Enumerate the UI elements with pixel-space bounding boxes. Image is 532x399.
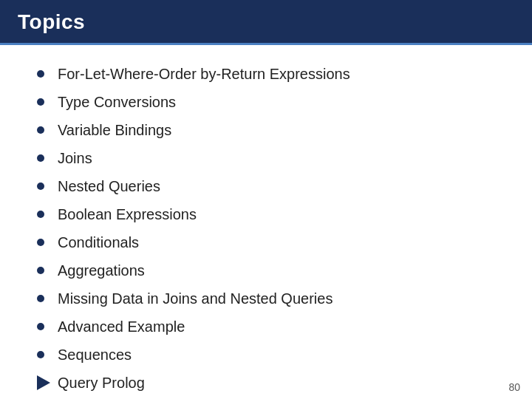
topic-label: Boolean Expressions — [58, 204, 197, 225]
topic-label: Type Conversions — [58, 92, 176, 112]
bullet-icon — [37, 211, 44, 218]
topic-label: For-Let-Where-Order by-Return Expression… — [58, 64, 350, 84]
bullet-icon — [37, 98, 44, 106]
page-number: 80 — [508, 381, 520, 393]
list-item: Boolean Expressions — [37, 200, 510, 228]
list-item: Missing Data in Joins and Nested Queries — [37, 284, 510, 313]
bullet-icon — [37, 70, 44, 78]
list-item: Type Conversions — [37, 88, 510, 116]
bullet-icon — [37, 323, 44, 330]
list-item: Query Prolog — [37, 369, 510, 397]
list-item: Joins — [37, 144, 510, 172]
content-area: For-Let-Where-Order by-Return Expression… — [0, 45, 532, 399]
topic-label: Advanced Example — [58, 316, 185, 337]
bullet-icon — [37, 239, 44, 246]
page-title: Topics — [18, 10, 85, 33]
topic-label: Joins — [58, 148, 92, 168]
topic-label: Variable Bindings — [58, 120, 171, 140]
list-item: Aggregations — [37, 256, 510, 284]
bullet-icon — [37, 267, 44, 274]
bullet-icon — [37, 154, 44, 162]
list-item: Conditionals — [37, 228, 510, 256]
topic-label: Conditionals — [58, 232, 139, 253]
topic-label: Missing Data in Joins and Nested Queries — [58, 288, 332, 309]
header: Topics — [0, 0, 532, 45]
arrow-bullet-icon — [37, 375, 50, 390]
bullet-icon — [37, 126, 44, 134]
topic-label: Nested Queries — [58, 176, 160, 197]
list-item: Variable Bindings — [37, 116, 510, 144]
bullet-icon — [37, 183, 44, 190]
list-item: Nested Queries — [37, 172, 510, 200]
list-item: For-Let-Where-Order by-Return Expression… — [37, 60, 510, 88]
bullet-icon — [37, 351, 44, 358]
topic-label: Sequences — [58, 344, 132, 365]
bullet-icon — [37, 295, 44, 302]
topic-list: For-Let-Where-Order by-Return Expression… — [37, 60, 510, 397]
list-item: Sequences — [37, 341, 510, 369]
list-item: Advanced Example — [37, 313, 510, 341]
topic-label: Query Prolog — [58, 372, 145, 393]
topic-label: Aggregations — [58, 260, 145, 281]
